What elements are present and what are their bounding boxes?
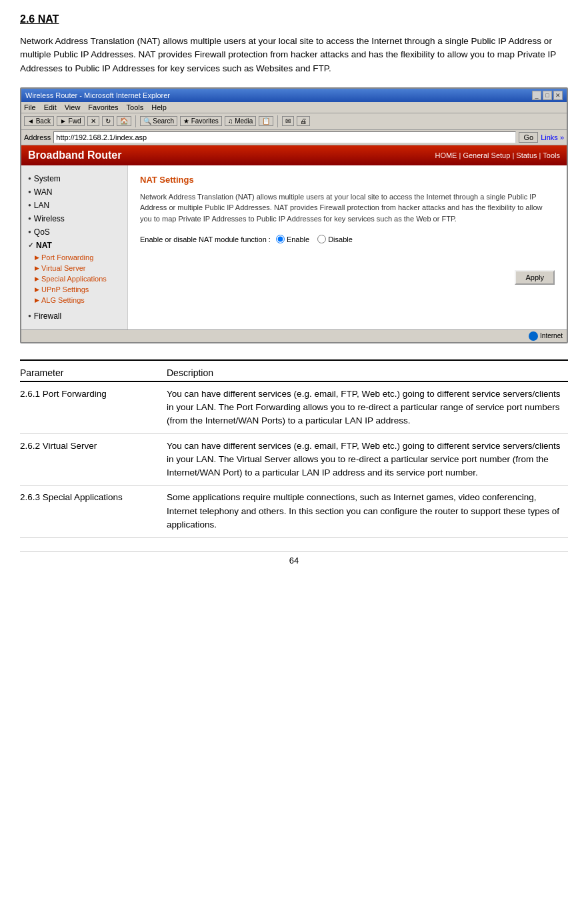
sidebar-label-qos: QoS bbox=[34, 227, 50, 237]
firewall-bullet: ● bbox=[28, 313, 31, 319]
home-button[interactable]: 🏠 bbox=[117, 116, 131, 126]
page-number: 64 bbox=[20, 551, 568, 566]
browser-toolbar: ◄ Back ► Fwd ✕ ↻ 🏠 🔍 Search ★ Favorites … bbox=[21, 113, 567, 130]
sidebar-sub-upnp[interactable]: ▶ UPnP Settings bbox=[21, 284, 127, 295]
history-button[interactable]: 📋 bbox=[259, 116, 273, 126]
disable-radio-label[interactable]: Disable bbox=[317, 235, 353, 243]
sidebar-item-wan[interactable]: ● WAN bbox=[21, 185, 127, 199]
sidebar-label-system: System bbox=[34, 174, 61, 183]
sidebar-sub-virtual-server[interactable]: ▶ Virtual Server bbox=[21, 263, 127, 273]
menu-favorites[interactable]: Favorites bbox=[88, 103, 118, 111]
apply-button[interactable]: Apply bbox=[515, 270, 555, 285]
nav-status[interactable]: Status bbox=[516, 151, 537, 159]
minimize-button[interactable]: _ bbox=[532, 91, 541, 100]
menu-help[interactable]: Help bbox=[151, 103, 167, 111]
router-header: Broadband Router HOME | General Setup | … bbox=[21, 145, 567, 165]
page-content: 2.6 NAT Network Address Translation (NAT… bbox=[0, 0, 588, 579]
intro-paragraph: Network Address Translation (NAT) allows… bbox=[20, 35, 568, 75]
table-row: 2.6.3 Special ApplicationsSome applicati… bbox=[20, 486, 568, 538]
table-row: 2.6.1 Port ForwardingYou can have differ… bbox=[20, 381, 568, 433]
router-brand: Broadband Router bbox=[28, 149, 121, 161]
router-sidebar: ● System ● WAN ● LAN ● Wireless bbox=[21, 165, 128, 329]
sidebar-sub-special-apps[interactable]: ▶ Special Applications bbox=[21, 273, 127, 284]
go-button[interactable]: Go bbox=[519, 132, 538, 143]
enable-radio-label[interactable]: Enable bbox=[276, 235, 309, 243]
toolbar-separator2 bbox=[277, 115, 278, 127]
router-nav-links: HOME | General Setup | Status | Tools bbox=[435, 151, 560, 159]
section-title: 2.6 NAT bbox=[20, 13, 568, 25]
browser-menubar: File Edit View Favorites Tools Help bbox=[21, 102, 567, 113]
desc-cell-0: You can have different services (e.g. em… bbox=[167, 381, 568, 433]
nat-enable-row: Enable or disable NAT module function : … bbox=[140, 235, 555, 243]
enable-label: Enable or disable NAT module function : bbox=[140, 235, 271, 243]
sidebar-label-wan: WAN bbox=[34, 187, 53, 197]
status-text: Internet bbox=[540, 332, 563, 339]
sub-label-upnp: UPnP Settings bbox=[41, 285, 89, 293]
sidebar-item-lan[interactable]: ● LAN bbox=[21, 199, 127, 212]
maximize-button[interactable]: □ bbox=[543, 91, 552, 100]
sidebar-item-nat[interactable]: ✓ NAT bbox=[21, 239, 127, 252]
sidebar-label-lan: LAN bbox=[34, 201, 49, 210]
sidebar-sub-port-forwarding[interactable]: ▶ Port Forwarding bbox=[21, 252, 127, 263]
nav-general-setup[interactable]: General Setup bbox=[463, 151, 510, 159]
status-internet: Internet bbox=[529, 331, 563, 341]
menu-file[interactable]: File bbox=[24, 103, 36, 111]
router-main: NAT Settings Network Address Translation… bbox=[128, 165, 567, 329]
forward-button[interactable]: ► Fwd bbox=[57, 116, 85, 126]
sidebar-item-system[interactable]: ● System bbox=[21, 172, 127, 185]
address-bar: Address Go Links » bbox=[21, 130, 567, 145]
param-table: Parameter Description 2.6.1 Port Forward… bbox=[20, 367, 568, 538]
stop-button[interactable]: ✕ bbox=[87, 116, 99, 126]
nat-description: Network Address Translation (NAT) allows… bbox=[140, 191, 555, 225]
nav-tools[interactable]: Tools bbox=[543, 151, 560, 159]
param-cell-2: 2.6.3 Special Applications bbox=[20, 486, 167, 538]
links-label[interactable]: Links » bbox=[541, 133, 564, 141]
desc-cell-1: You can have different services (e.g. em… bbox=[167, 433, 568, 486]
table-row: 2.6.2 Virtual ServerYou can have differe… bbox=[20, 433, 568, 486]
arrow-port-forwarding: ▶ bbox=[35, 254, 39, 261]
param-cell-0: 2.6.1 Port Forwarding bbox=[20, 381, 167, 433]
arrow-upnp: ▶ bbox=[35, 286, 39, 293]
sub-label-virtual-server: Virtual Server bbox=[41, 264, 85, 272]
lan-bullet: ● bbox=[28, 202, 31, 208]
enable-radio[interactable] bbox=[276, 235, 285, 243]
arrow-alg: ▶ bbox=[35, 297, 39, 303]
browser-window: Wireless Router - Microsoft Internet Exp… bbox=[20, 87, 568, 343]
toolbar-separator bbox=[135, 115, 136, 127]
nat-checkmark: ✓ bbox=[28, 241, 33, 249]
address-label: Address bbox=[24, 133, 51, 141]
menu-edit[interactable]: Edit bbox=[44, 103, 57, 111]
wireless-bullet: ● bbox=[28, 215, 31, 221]
media-button[interactable]: ♫ Media bbox=[225, 116, 257, 126]
internet-icon bbox=[529, 331, 538, 341]
apply-row: Apply bbox=[140, 270, 555, 285]
sub-label-special-apps: Special Applications bbox=[41, 275, 107, 283]
favorites-button[interactable]: ★ Favorites bbox=[180, 116, 222, 126]
param-cell-1: 2.6.2 Virtual Server bbox=[20, 433, 167, 486]
browser-statusbar: Internet bbox=[21, 329, 567, 342]
menu-view[interactable]: View bbox=[65, 103, 81, 111]
sidebar-sub-alg[interactable]: ▶ ALG Settings bbox=[21, 295, 127, 305]
back-button[interactable]: ◄ Back bbox=[24, 116, 54, 126]
menu-tools[interactable]: Tools bbox=[127, 103, 144, 111]
disable-option-text: Disable bbox=[328, 235, 353, 243]
address-input[interactable] bbox=[53, 131, 516, 143]
search-button[interactable]: 🔍 Search bbox=[140, 116, 177, 126]
sub-label-port-forwarding: Port Forwarding bbox=[41, 253, 93, 261]
close-button[interactable]: ✕ bbox=[553, 91, 563, 100]
nav-home[interactable]: HOME bbox=[435, 151, 457, 159]
sidebar-item-qos[interactable]: ● QoS bbox=[21, 225, 127, 239]
sidebar-item-firewall[interactable]: ● Firewall bbox=[21, 309, 127, 323]
refresh-button[interactable]: ↻ bbox=[102, 116, 114, 126]
desc-cell-2: Some applications require multiple conne… bbox=[167, 486, 568, 538]
disable-radio[interactable] bbox=[317, 235, 326, 243]
mail-button[interactable]: ✉ bbox=[282, 116, 294, 126]
sidebar-item-wireless[interactable]: ● Wireless bbox=[21, 212, 127, 225]
browser-controls: _ □ ✕ bbox=[532, 91, 563, 100]
col-header-parameter: Parameter bbox=[20, 367, 167, 381]
col-header-description: Description bbox=[167, 367, 568, 381]
wan-bullet: ● bbox=[28, 189, 31, 195]
print-button[interactable]: 🖨 bbox=[297, 116, 310, 126]
browser-title: Wireless Router - Microsoft Internet Exp… bbox=[25, 91, 170, 99]
enable-option-text: Enable bbox=[287, 235, 309, 243]
